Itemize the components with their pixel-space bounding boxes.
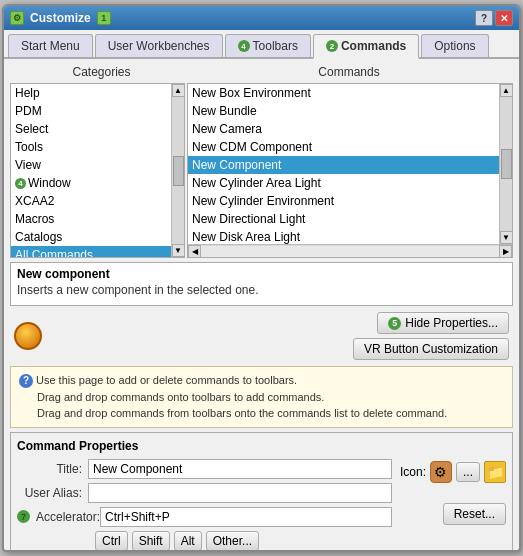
list-item-selected[interactable]: New Component — [188, 156, 499, 174]
reset-button[interactable]: Reset... — [443, 503, 506, 525]
alias-label: User Alias: — [17, 486, 82, 500]
other-button[interactable]: Other... — [206, 531, 259, 551]
command-properties-section: Command Properties Title: User Alias: — [10, 432, 513, 551]
scroll-down-arrow[interactable]: ▼ — [500, 231, 513, 244]
tab-toolbars[interactable]: 4 Toolbars — [225, 34, 311, 57]
list-item[interactable]: New Bundle — [188, 102, 499, 120]
title-bar-buttons: ? ✕ — [475, 10, 513, 26]
tab-start-menu[interactable]: Start Menu — [8, 34, 93, 57]
hscroll-left-arrow[interactable]: ◀ — [188, 245, 201, 258]
window-title: Customize — [30, 11, 91, 25]
list-item[interactable]: PDM — [11, 102, 171, 120]
commands-tab-icon: 2 — [326, 40, 338, 52]
command-properties-title: Command Properties — [17, 439, 506, 453]
commands-list[interactable]: New Box Environment New Bundle New Camer… — [188, 84, 499, 244]
description-text: Inserts a new component in the selected … — [17, 283, 506, 297]
scroll-thumb[interactable] — [501, 149, 512, 179]
accelerator-buttons: Ctrl Shift Alt Other... — [17, 531, 392, 551]
hide-properties-button[interactable]: 5 Hide Properties... — [377, 312, 509, 334]
icon-folder-icon: 📁 — [484, 461, 506, 483]
list-item[interactable]: View — [11, 156, 171, 174]
list-item[interactable]: Catalogs — [11, 228, 171, 246]
icon-section: Icon: ⚙ ... 📁 Reset... — [400, 459, 506, 551]
title-row: Title: — [17, 459, 392, 479]
accelerator-label: Accelerator: — [36, 510, 94, 524]
alias-input[interactable] — [88, 483, 392, 503]
list-item[interactable]: 4 Window — [11, 174, 171, 192]
commands-list-inner: New Box Environment New Bundle New Camer… — [188, 84, 512, 244]
list-item[interactable]: New Cylinder Environment — [188, 192, 499, 210]
list-item[interactable]: Tools — [11, 138, 171, 156]
tab-user-workbenches[interactable]: User Workbenches — [95, 34, 223, 57]
icon-label: Icon: — [400, 465, 426, 479]
description-box: New component Inserts a new component in… — [10, 262, 513, 306]
categories-vscrollbar[interactable]: ▲ ▼ — [171, 84, 184, 257]
icon-dots-button[interactable]: ... — [456, 462, 480, 482]
list-item[interactable]: Help — [11, 84, 171, 102]
props-fields: Title: User Alias: 7 Accelerator: — [17, 459, 392, 551]
description-title: New component — [17, 267, 506, 281]
toolbar-icon-area — [14, 322, 42, 350]
info-box: ?Use this page to add or delete commands… — [10, 366, 513, 428]
vr-customization-button[interactable]: VR Button Customization — [353, 338, 509, 360]
list-item[interactable]: New Box Environment — [188, 84, 499, 102]
title-bar-left: ⚙ Customize 1 — [10, 11, 111, 25]
help-button[interactable]: ? — [475, 10, 493, 26]
info-line3: Drag and drop commands from toolbars ont… — [37, 407, 447, 419]
list-item[interactable]: Select — [11, 120, 171, 138]
view-badge: 4 — [15, 178, 26, 189]
toolbar-icon — [14, 322, 42, 350]
list-item[interactable]: New Directional Light — [188, 210, 499, 228]
vr-customization-label: VR Button Customization — [364, 342, 498, 356]
commands-list-container: New Box Environment New Bundle New Camer… — [187, 83, 513, 258]
accelerator-row: 7 Accelerator: — [17, 507, 392, 527]
columns-header: Categories Commands — [10, 65, 513, 79]
hscroll-right-arrow[interactable]: ▶ — [499, 245, 512, 258]
hscroll-track[interactable] — [201, 246, 499, 257]
list-item-all-commands[interactable]: All Commands — [11, 246, 171, 257]
list-item[interactable]: New Cylinder Area Light — [188, 174, 499, 192]
window-icon: ⚙ — [10, 11, 24, 25]
accelerator-input[interactable] — [100, 507, 392, 527]
ctrl-button[interactable]: Ctrl — [95, 531, 128, 551]
list-item[interactable]: New CDM Component — [188, 138, 499, 156]
alias-row: User Alias: — [17, 483, 392, 503]
categories-list-container: Help PDM Select Tools View 4 Window XCAA… — [10, 83, 185, 258]
tab-commands-label: Commands — [341, 39, 406, 53]
list-item[interactable]: XCAA2 — [11, 192, 171, 210]
hide-props-icon: 5 — [388, 317, 401, 330]
toolbars-tab-icon: 4 — [238, 40, 250, 52]
tab-options[interactable]: Options — [421, 34, 488, 57]
window-close-button[interactable]: ✕ — [495, 10, 513, 26]
categories-list[interactable]: Help PDM Select Tools View 4 Window XCAA… — [11, 84, 171, 257]
commands-hscrollbar[interactable]: ◀ ▶ — [188, 244, 512, 257]
props-inner: Title: User Alias: 7 Accelerator: — [17, 459, 506, 551]
scroll-thumb[interactable] — [173, 156, 184, 186]
accelerator-badge: 7 — [17, 510, 30, 523]
commands-vscrollbar[interactable]: ▲ ▼ — [499, 84, 512, 244]
icon-gear-icon: ⚙ — [430, 461, 452, 483]
tab-start-menu-label: Start Menu — [21, 39, 80, 53]
scroll-down-arrow[interactable]: ▼ — [172, 244, 185, 257]
hide-properties-label: Hide Properties... — [405, 316, 498, 330]
main-content: Categories Commands Help PDM Select Tool… — [4, 59, 519, 550]
icon-btn-row: 5 Hide Properties... VR Button Customiza… — [10, 310, 513, 362]
list-item[interactable]: Macros — [11, 210, 171, 228]
tab-user-workbenches-label: User Workbenches — [108, 39, 210, 53]
icon-label-row: Icon: ⚙ ... 📁 — [400, 461, 506, 483]
info-line1: Use this page to add or delete commands … — [36, 374, 297, 386]
lists-row: Help PDM Select Tools View 4 Window XCAA… — [10, 83, 513, 258]
properties-buttons: 5 Hide Properties... VR Button Customiza… — [353, 312, 509, 360]
list-item[interactable]: New Disk Area Light — [188, 228, 499, 244]
title-input[interactable] — [88, 459, 392, 479]
scroll-up-arrow[interactable]: ▲ — [172, 84, 185, 97]
scroll-up-arrow[interactable]: ▲ — [500, 84, 513, 97]
categories-header: Categories — [14, 65, 189, 79]
alt-button[interactable]: Alt — [174, 531, 202, 551]
info-line2: Drag and drop commands onto toolbars to … — [37, 391, 324, 403]
tab-commands[interactable]: 2 Commands — [313, 34, 419, 59]
list-item[interactable]: New Camera — [188, 120, 499, 138]
shift-button[interactable]: Shift — [132, 531, 170, 551]
title-badge: 1 — [97, 11, 111, 25]
commands-header: Commands — [189, 65, 509, 79]
